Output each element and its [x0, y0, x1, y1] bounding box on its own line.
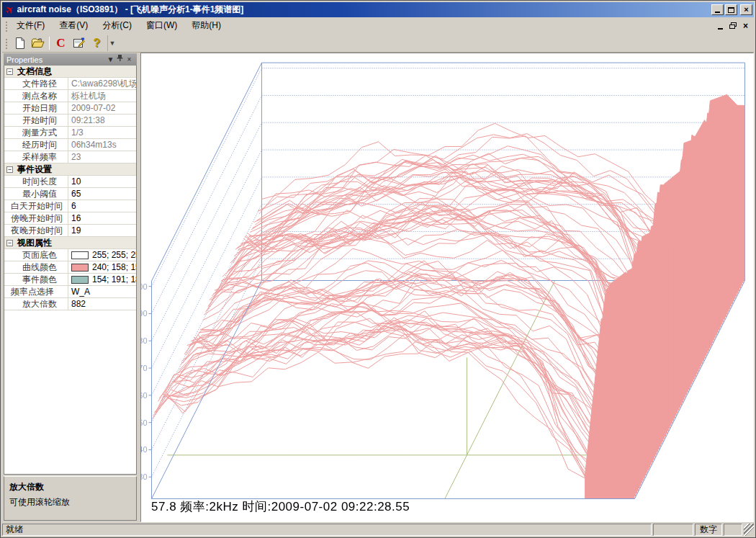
minimize-button[interactable] — [711, 4, 724, 15]
c-tool-button[interactable]: C — [53, 35, 69, 51]
pin-icon[interactable] — [115, 54, 125, 65]
property-label: 白天开始时间 — [4, 200, 68, 212]
property-description: 放大倍数 可使用滚轮缩放 — [4, 476, 137, 521]
property-label: 采样频率 — [4, 151, 68, 163]
open-file-icon — [31, 38, 45, 48]
property-label: 频率点选择 — [4, 286, 68, 297]
property-label: 开始时间 — [4, 115, 68, 126]
maximize-icon — [728, 7, 734, 13]
menubar-grip[interactable] — [5, 20, 9, 32]
toolbar-overflow-icon[interactable]: ▼ — [107, 35, 117, 51]
property-row-measure-mode: 测量方式1/3 — [4, 127, 136, 139]
toolbar: C ? ▼ — [2, 34, 754, 53]
mdi-restore-icon[interactable] — [729, 22, 737, 30]
property-value[interactable]: 2009-07-02 — [68, 102, 136, 114]
menu-item-help[interactable]: 帮助(H) — [186, 18, 227, 32]
property-row-page-color: 页面底色255; 255; 25 — [4, 249, 136, 261]
section-header-event-settings[interactable]: −事件设置 — [4, 163, 136, 176]
resize-grip[interactable] — [744, 524, 754, 536]
properties-panel-header[interactable]: Properties ▼ × — [4, 53, 137, 66]
property-value[interactable]: 6 — [68, 200, 136, 212]
event-color-swatch[interactable] — [71, 276, 89, 284]
property-row-day-start: 白天开始时间6 — [4, 200, 136, 212]
collapse-icon[interactable]: − — [6, 68, 13, 75]
new-document-icon — [15, 37, 25, 49]
menu-item-analysis[interactable]: 分析(C) — [96, 18, 138, 32]
status-cell-2 — [724, 524, 742, 536]
maximize-button[interactable] — [725, 4, 737, 15]
status-cell-1 — [653, 524, 693, 536]
section-title: 文档信息 — [17, 66, 52, 78]
property-value[interactable]: 240; 158; 15 — [68, 261, 136, 273]
minimize-icon — [715, 12, 720, 13]
status-cell-num: 数字 — [695, 524, 722, 536]
mdi-close-icon[interactable]: × — [743, 21, 748, 31]
properties-icon — [73, 37, 85, 49]
properties-panel: Properties ▼ × −文档信息文件路径C:\awa6298\机场测点名… — [2, 53, 138, 522]
property-value[interactable]: 255; 255; 25 — [68, 249, 136, 261]
property-label: 测量方式 — [4, 127, 68, 138]
property-label: 曲线颜色 — [4, 261, 68, 273]
collapse-icon[interactable]: − — [6, 240, 13, 246]
property-value[interactable]: 1/3 — [68, 127, 136, 138]
menu-item-view[interactable]: 查看(V) — [53, 18, 94, 32]
property-row-curve-color: 曲线颜色240; 158; 15 — [4, 261, 136, 274]
title-bar[interactable]: ✈ aircraft noise（ISO3891） - [飞机噪声分析1-事件1… — [2, 2, 754, 17]
properties-panel-title: Properties — [6, 55, 106, 64]
property-row-file-path: 文件路径C:\awa6298\机场 — [4, 78, 136, 90]
property-label: 事件颜色 — [4, 274, 68, 285]
properties-button[interactable] — [71, 35, 87, 51]
open-file-button[interactable] — [30, 35, 46, 51]
window-title: aircraft noise（ISO3891） - [飞机噪声分析1-事件1频谱… — [17, 4, 710, 16]
main-content: Properties ▼ × −文档信息文件路径C:\awa6298\机场测点名… — [2, 53, 754, 522]
section-title: 事件设置 — [17, 163, 52, 176]
property-description-text: 可使用滚轮缩放 — [9, 496, 131, 508]
property-row-elapsed-time: 经历时间06h34m13s — [4, 139, 136, 151]
property-row-zoom-factor: 放大倍数882 — [4, 298, 136, 310]
property-value[interactable]: 19 — [68, 225, 136, 236]
toolbar-grip[interactable] — [5, 37, 9, 49]
property-value[interactable]: 06h34m13s — [68, 139, 136, 151]
property-value[interactable]: 10 — [68, 176, 136, 187]
airplane-icon: ✈ — [2, 2, 17, 18]
property-label: 夜晚开始时间 — [4, 225, 68, 236]
property-label: 页面底色 — [4, 249, 68, 261]
chevron-down-icon[interactable]: ▼ — [106, 54, 115, 65]
property-label: 文件路径 — [4, 78, 68, 89]
panel-close-icon[interactable]: × — [125, 54, 134, 65]
collapse-icon[interactable]: − — [6, 166, 13, 173]
curve-color-swatch[interactable] — [71, 264, 89, 272]
menu-item-window[interactable]: 窗口(W) — [140, 18, 183, 32]
property-label: 放大倍数 — [4, 298, 68, 310]
menu-item-file[interactable]: 文件(F) — [11, 18, 50, 32]
property-label: 测点名称 — [4, 90, 68, 102]
property-value[interactable]: W_A — [68, 286, 136, 297]
mdi-minimize-icon[interactable] — [718, 28, 723, 30]
section-header-doc-info[interactable]: −文档信息 — [4, 66, 136, 78]
section-title: 视图属性 — [17, 237, 52, 249]
property-label: 经历时间 — [4, 139, 68, 151]
help-button[interactable]: ? — [89, 35, 105, 51]
property-value[interactable]: 65 — [68, 188, 136, 199]
property-row-evening-start: 傍晚开始时间16 — [4, 212, 136, 225]
waterfall-chart[interactable] — [141, 53, 752, 521]
property-row-site-name: 测点名称栎社机场 — [4, 90, 136, 102]
section-header-view-props[interactable]: −视图属性 — [4, 237, 136, 249]
property-value[interactable]: 882 — [68, 298, 136, 310]
new-document-button[interactable] — [12, 35, 28, 51]
close-icon: × — [744, 5, 748, 14]
app-window: ✈ aircraft noise（ISO3891） - [飞机噪声分析1-事件1… — [0, 0, 756, 538]
property-value[interactable]: C:\awa6298\机场 — [68, 78, 136, 89]
property-value[interactable]: 栎社机场 — [68, 90, 136, 102]
property-description-title: 放大倍数 — [9, 481, 131, 493]
property-row-freq-point: 频率点选择W_A — [4, 286, 136, 298]
property-value[interactable]: 154; 191; 18 — [68, 274, 136, 285]
close-button[interactable]: × — [740, 4, 752, 15]
property-value[interactable]: 16 — [68, 212, 136, 224]
page-color-swatch[interactable] — [71, 251, 89, 259]
spectrum-view: 57.8 频率:2kHz 时间:2009-07-02 09:22:28.55 — [140, 53, 754, 522]
property-value[interactable]: 23 — [68, 151, 136, 163]
property-value[interactable]: 09:21:38 — [68, 115, 136, 126]
property-row-night-start: 夜晚开始时间19 — [4, 225, 136, 237]
property-label: 开始日期 — [4, 102, 68, 114]
